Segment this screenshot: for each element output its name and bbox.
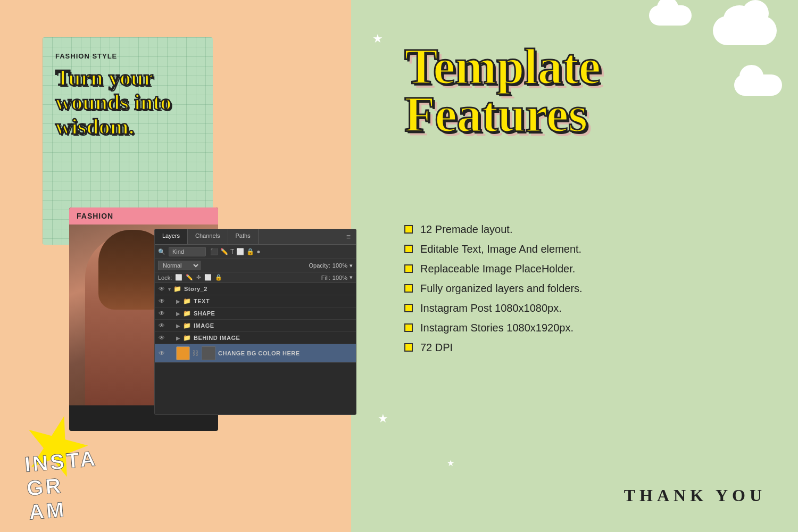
star-bottom-mid: ★	[447, 458, 454, 468]
feature-item-6: Instagram Stories 1080x1920px.	[404, 322, 583, 334]
feature-text-2: Editable Text, Image And element.	[420, 243, 581, 255]
fill-label: Fill:	[321, 275, 330, 281]
layer-row-story2[interactable]: 👁 ▾ 📁 Story_2	[155, 283, 356, 295]
bullet-6	[404, 323, 413, 332]
card-header: FASHION	[69, 207, 218, 225]
fill-arrow: ▾	[350, 274, 353, 281]
feature-text-5: Instagram Post 1080x1080px.	[420, 302, 562, 314]
layer-row-image[interactable]: 👁 ▶ 📁 IMAGE	[155, 320, 356, 332]
bullet-4	[404, 284, 413, 293]
layers-panel: Layers Channels Paths ≡ 🔍 ⬛ ✏️ T ⬜ 🔒 ● N…	[154, 229, 356, 415]
bullet-3	[404, 264, 413, 273]
feature-item-5: Instagram Post 1080x1080px.	[404, 302, 583, 314]
layer-row-behind[interactable]: 👁 ▶ 📁 BEHIND IMAGE	[155, 332, 356, 344]
opacity-arrow: ▾	[350, 262, 353, 269]
filter-icons: ⬛ ✏️ T ⬜ 🔒 ●	[210, 248, 261, 255]
lock-icon-4: ⬜	[204, 274, 212, 281]
cloud-3	[734, 74, 782, 96]
layer-row-bg[interactable]: 👁 ⛓ CHANGE BG COLOR HERE	[155, 344, 356, 363]
filter-icon-4: ⬜	[236, 248, 244, 255]
layer-name-bg: CHANGE BG COLOR HERE	[218, 350, 353, 356]
folder-icon-text: 📁	[183, 297, 191, 305]
feature-item-1: 12 Premade layout.	[404, 223, 583, 236]
eye-icon[interactable]: 👁	[158, 334, 165, 342]
filter-icon-5: 🔒	[246, 248, 254, 255]
left-panel: FASHION STYLE Turn your wounds into wisd…	[0, 0, 351, 532]
blend-mode-select[interactable]: Normal	[158, 261, 201, 270]
feature-text-4: Fully organized layers and folders.	[420, 282, 583, 295]
layer-row-text[interactable]: 👁 ▶ 📁 TEXT	[155, 295, 356, 307]
folder-icon-shape: 📁	[183, 310, 191, 317]
brand-label: FASHION STYLE	[55, 52, 200, 60]
eye-icon[interactable]: 👁	[158, 297, 165, 305]
blend-opacity-row: Normal Opacity: 100% ▾	[155, 259, 356, 272]
cloud-1	[713, 16, 777, 45]
eye-icon[interactable]: 👁	[158, 350, 165, 357]
feature-text-1: 12 Premade layout.	[420, 223, 512, 236]
thank-you-text: THANK YOU	[624, 486, 766, 505]
bullet-7	[404, 343, 413, 352]
tab-paths[interactable]: Paths	[228, 229, 259, 244]
kind-label: 🔍	[158, 248, 165, 255]
template-title: Template Features	[404, 43, 600, 139]
layer-name-behind: BEHIND IMAGE	[194, 335, 353, 341]
title-line2: Features	[404, 90, 600, 138]
panel-menu-icon[interactable]: ≡	[341, 229, 356, 244]
group-icon: 📁	[173, 285, 181, 293]
cloud-2	[649, 5, 692, 26]
layers-list: 👁 ▾ 📁 Story_2 👁 ▶ 📁 TEXT 👁 ▶ 📁 SHAPE	[155, 283, 356, 363]
arrow-icon[interactable]: ▶	[176, 311, 180, 317]
color-swatch-bg	[176, 346, 190, 360]
layer-name-image: IMAGE	[194, 322, 353, 329]
tab-layers[interactable]: Layers	[155, 229, 188, 244]
arrow-icon[interactable]: ▶	[176, 335, 180, 341]
layer-row-shape[interactable]: 👁 ▶ 📁 SHAPE	[155, 307, 356, 320]
chain-icon: ⛓	[193, 350, 199, 357]
layer-name-shape: SHAPE	[194, 310, 353, 317]
headline-text: Turn your wounds into wisdom.	[55, 65, 200, 139]
insta-text: INSTAGRAM	[23, 446, 102, 524]
opacity-row: Opacity: 100% ▾	[309, 262, 353, 269]
panel-tabs: Layers Channels Paths ≡	[155, 229, 356, 245]
tab-channels[interactable]: Channels	[188, 229, 228, 244]
opacity-value: 100%	[332, 262, 347, 269]
star-bottom-left: ★	[378, 412, 388, 426]
lock-icon-5: 🔒	[215, 274, 222, 281]
feature-text-3: Replaceable Image PlaceHolder.	[420, 263, 575, 275]
arrow-icon[interactable]: ▾	[168, 286, 171, 292]
layer-name-text: TEXT	[194, 298, 353, 304]
arrow-icon[interactable]: ▶	[176, 323, 180, 329]
lock-icon-3: ✛	[196, 274, 201, 281]
eye-icon[interactable]: 👁	[158, 310, 165, 317]
title-line1: Template	[404, 43, 600, 90]
feature-item-2: Editable Text, Image And element.	[404, 243, 583, 255]
feature-item-7: 72 DPI	[404, 342, 583, 354]
eye-icon[interactable]: 👁	[158, 322, 165, 329]
search-row: 🔍 ⬛ ✏️ T ⬜ 🔒 ●	[155, 245, 356, 259]
features-list: 12 Premade layout. Editable Text, Image …	[404, 223, 583, 361]
filter-icon-6: ●	[256, 248, 260, 255]
arrow-icon[interactable]: ▶	[176, 298, 180, 304]
lock-icon-2: ✏️	[186, 274, 193, 281]
feature-item-4: Fully organized layers and folders.	[404, 282, 583, 295]
layer-thumb-bg	[202, 346, 215, 360]
filter-icon-1: ⬛	[210, 248, 218, 255]
right-panel: ★ ★ ★ Template Features Template Feature…	[351, 0, 798, 532]
folder-icon-behind: 📁	[183, 334, 191, 342]
fill-value: 100%	[332, 275, 347, 281]
fill-row: Fill: 100% ▾	[321, 274, 353, 281]
bullet-5	[404, 304, 413, 312]
lock-icon-1: ⬜	[175, 274, 182, 281]
feature-text-7: 72 DPI	[420, 342, 453, 354]
lock-fill-row: Lock: ⬜ ✏️ ✛ ⬜ 🔒 Fill: 100% ▾	[155, 272, 356, 283]
opacity-label: Opacity:	[309, 262, 330, 269]
lock-label: Lock:	[158, 275, 172, 281]
folder-icon-image: 📁	[183, 322, 191, 329]
layer-name-story2: Story_2	[184, 286, 353, 292]
bullet-2	[404, 245, 413, 253]
eye-icon[interactable]: 👁	[158, 285, 165, 293]
feature-item-3: Replaceable Image PlaceHolder.	[404, 263, 583, 275]
kind-filter-input[interactable]	[169, 247, 206, 256]
bullet-1	[404, 225, 413, 234]
filter-icon-3: T	[230, 248, 234, 255]
